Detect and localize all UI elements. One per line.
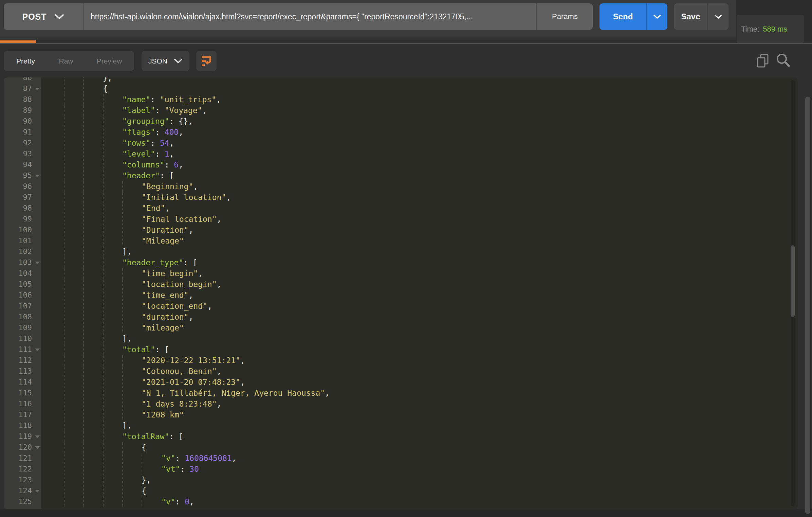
- tab-raw[interactable]: Raw: [48, 51, 85, 71]
- indent-guide: [103, 170, 104, 181]
- save-options-button[interactable]: [708, 3, 728, 30]
- indent-guide: [64, 257, 64, 268]
- indent-guide: [64, 409, 64, 420]
- indent-guide: [103, 398, 104, 409]
- tab-preview[interactable]: Preview: [85, 51, 134, 71]
- indent-guide: [83, 203, 84, 214]
- indent-guide: [64, 398, 64, 409]
- line-number: 87: [4, 83, 32, 94]
- send-button[interactable]: Send: [599, 3, 646, 30]
- save-chevron-down-icon: [714, 14, 722, 19]
- indent-guide: [103, 366, 104, 377]
- indent-guide: [103, 496, 104, 507]
- indent-guide: [83, 268, 84, 279]
- indent-guide: [83, 138, 84, 148]
- indent-guide: [122, 442, 123, 453]
- indent-guide: [83, 225, 84, 235]
- fold-toggle-icon[interactable]: [35, 435, 40, 438]
- indent-guide: [64, 355, 64, 366]
- indent-guide: [103, 279, 104, 290]
- code-text: "location_begin",: [142, 279, 221, 290]
- request-bar: POST https://hst-api.wialon.com/wialon/a…: [4, 3, 593, 30]
- indent-guide: [83, 192, 84, 203]
- response-time-panel: Time: 589 ms: [737, 15, 804, 43]
- fold-toggle-icon[interactable]: [35, 490, 40, 493]
- indent-guide: [83, 475, 84, 485]
- indent-guide: [83, 290, 84, 301]
- fold-toggle-icon[interactable]: [35, 446, 40, 449]
- indent-guide: [83, 159, 84, 170]
- code-line: 114"2021-01-20 07:48:23",: [4, 377, 791, 388]
- line-number: 113: [4, 366, 32, 377]
- response-body-panel[interactable]: 86},87{88"name": "unit_trips",89"label":…: [4, 77, 798, 509]
- indent-guide: [83, 235, 84, 246]
- indent-guide: [103, 246, 104, 257]
- indent-guide: [83, 442, 84, 453]
- indent-guide: [122, 388, 123, 398]
- params-button[interactable]: Params: [537, 3, 593, 30]
- indent-guide: [103, 311, 104, 322]
- line-number: 94: [4, 159, 32, 170]
- tab-pretty[interactable]: Pretty: [4, 51, 48, 71]
- indent-guide: [103, 181, 104, 192]
- indent-guide: [64, 366, 64, 377]
- line-number: 97: [4, 192, 32, 203]
- indent-guide: [103, 453, 104, 464]
- line-number: 101: [4, 235, 32, 246]
- code-text: "Initial location",: [142, 192, 231, 203]
- code-text: "Beginning",: [142, 181, 198, 192]
- response-view-tabs: Pretty Raw Preview: [4, 51, 134, 71]
- save-button[interactable]: Save: [674, 3, 707, 30]
- response-scrollbar-thumb[interactable]: [791, 245, 795, 317]
- window-scrollbar-thumb[interactable]: [805, 97, 810, 514]
- code-line: 116"1 days 8:23:48",: [4, 398, 791, 409]
- code-text: "N 1, Tillabéri, Niger, Ayerou Haoussa",: [142, 388, 330, 398]
- indent-guide: [103, 268, 104, 279]
- code-line: 86},: [4, 77, 791, 83]
- format-dropdown[interactable]: JSON: [142, 51, 189, 71]
- wrap-lines-button[interactable]: [196, 51, 217, 71]
- indent-guide: [103, 138, 104, 148]
- fold-toggle-icon[interactable]: [35, 175, 40, 177]
- indent-guide: [103, 409, 104, 420]
- code-line: 92"rows": 54,: [4, 138, 791, 148]
- copy-response-button[interactable]: [756, 54, 769, 69]
- indent-guide: [122, 214, 123, 225]
- indent-guide: [122, 279, 123, 290]
- bottom-band: [0, 509, 812, 517]
- indent-guide: [122, 181, 123, 192]
- code-text: {: [142, 442, 146, 453]
- code-text: "Mileage": [142, 235, 184, 246]
- line-number: 116: [4, 398, 32, 409]
- indent-guide: [64, 464, 64, 475]
- code-line: 121"v": 1608645081,: [4, 453, 791, 464]
- code-text: ],: [122, 246, 132, 257]
- indent-guide: [103, 442, 104, 453]
- method-selector[interactable]: POST: [4, 3, 83, 30]
- request-toolbar: POST https://hst-api.wialon.com/wialon/a…: [0, 0, 736, 37]
- code-text: "rows": 54,: [122, 138, 174, 148]
- code-text: "1 days 8:23:48",: [142, 398, 221, 409]
- fold-toggle-icon[interactable]: [35, 262, 40, 264]
- code-line: 119"totalRaw": [: [4, 431, 791, 442]
- indent-guide: [103, 322, 104, 333]
- line-number: 95: [4, 170, 32, 181]
- indent-guide: [83, 496, 84, 507]
- code-line: 89"label": "Voyage",: [4, 105, 791, 116]
- indent-guide: [83, 420, 84, 431]
- fold-toggle-icon[interactable]: [35, 88, 40, 90]
- send-options-button[interactable]: [647, 3, 667, 30]
- search-response-button[interactable]: [775, 53, 791, 70]
- line-number: 98: [4, 203, 32, 214]
- format-chevron-down-icon: [174, 58, 183, 64]
- url-field[interactable]: https://hst-api.wialon.com/wialon/ajax.h…: [84, 3, 536, 30]
- line-number: 119: [4, 431, 32, 442]
- code-text: "2020-12-22 13:51:21",: [142, 355, 245, 366]
- fold-toggle-icon[interactable]: [35, 349, 40, 351]
- line-number: 92: [4, 138, 32, 148]
- params-label: Params: [552, 12, 578, 21]
- indent-guide: [103, 388, 104, 398]
- indent-guide: [103, 485, 104, 496]
- indent-guide: [83, 170, 84, 181]
- url-text: https://hst-api.wialon.com/wialon/ajax.h…: [91, 12, 473, 21]
